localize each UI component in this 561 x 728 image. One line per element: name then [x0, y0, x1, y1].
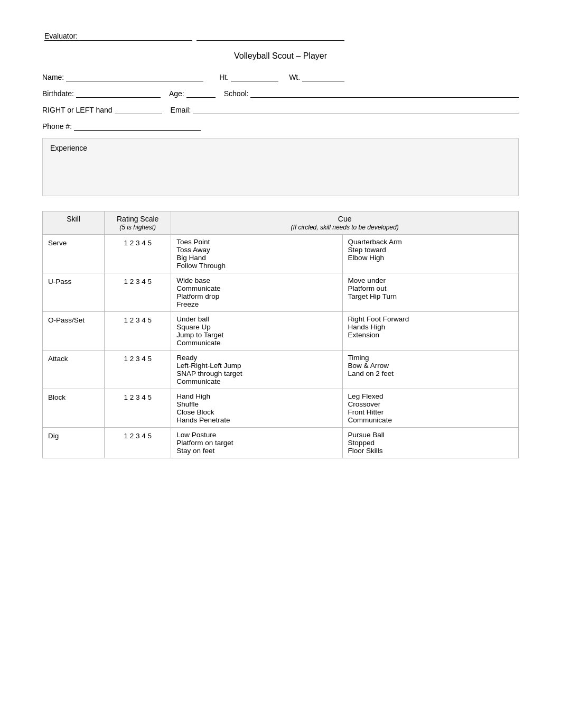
rating-values: 1 2 3 4 5 [124, 278, 152, 285]
skill-name: Block [48, 393, 66, 401]
rating-values: 1 2 3 4 5 [124, 239, 152, 247]
cue-right-item: Leg Flexed [348, 392, 513, 400]
rating-values: 1 2 3 4 5 [124, 432, 152, 440]
birthdate-label: Birthdate: [42, 89, 74, 98]
evaluator-field: Evaluator: [42, 32, 519, 41]
table-row: Dig1 2 3 4 5Low PosturePlatform on targe… [43, 428, 519, 458]
evaluator-label: Evaluator: [44, 32, 192, 41]
cue-right-item: Bow & Arrow [348, 362, 513, 370]
rating-cell: 1 2 3 4 5 [105, 428, 171, 458]
cue-left-item: Wide base [176, 277, 336, 284]
cue-right-cell: TimingBow & ArrowLand on 2 feet [342, 351, 518, 389]
wt-label: Wt. [289, 73, 300, 81]
cue-right-cell: Pursue BallStoppedFloor Skills [342, 428, 518, 458]
cue-left-item: Communicate [176, 284, 336, 292]
cue-left-item: Under ball [176, 315, 336, 323]
cue-left-item: Communicate [176, 339, 336, 347]
skill-name-cell: O-Pass/Set [43, 312, 105, 351]
cue-left-item: Stay on feet [176, 447, 336, 455]
col-rating-sub: (5 is highest) [119, 224, 156, 231]
birthdate-input[interactable] [76, 89, 161, 98]
cue-right-item: Elbow High [348, 254, 513, 262]
school-input[interactable] [250, 89, 519, 98]
rating-values: 1 2 3 4 5 [124, 316, 152, 324]
cue-right-item: Target Hip Turn [348, 292, 513, 300]
cue-left-item: Hands Penetrate [176, 416, 336, 424]
skill-name: Serve [48, 239, 67, 247]
experience-label: Experience [50, 144, 511, 152]
cue-right-item: Right Foot Forward [348, 315, 513, 323]
table-row: U-Pass1 2 3 4 5Wide baseCommunicatePlatf… [43, 273, 519, 312]
ht-label: Ht. [219, 73, 229, 81]
page-title: Volleyball Scout – Player [42, 51, 519, 61]
age-input[interactable] [186, 89, 216, 98]
cue-right-cell: Move underPlatform outTarget Hip Turn [342, 273, 518, 312]
school-label: School: [224, 89, 249, 98]
table-row: Attack1 2 3 4 5ReadyLeft-Right-Left Jump… [43, 351, 519, 389]
cue-right-item: Front Hitter [348, 408, 513, 416]
cue-left-item: Low Posture [176, 431, 336, 439]
skill-name-cell: Dig [43, 428, 105, 458]
cue-right-item: Hands High [348, 323, 513, 331]
hand-input[interactable] [115, 105, 162, 114]
skill-name: U-Pass [48, 278, 71, 285]
cue-left-item: Big Hand [176, 254, 336, 262]
skill-name-cell: Block [43, 389, 105, 428]
phone-input[interactable] [74, 122, 201, 131]
email-input[interactable] [193, 105, 519, 114]
col-rating-header: Rating Scale [117, 215, 158, 223]
age-label: Age: [169, 89, 184, 98]
name-row: Name: Ht. Wt. [42, 72, 519, 81]
phone-label: Phone #: [42, 122, 72, 131]
cue-left-item: Ready [176, 354, 336, 362]
cue-right-item: Step toward [348, 246, 513, 254]
cue-right-item: Floor Skills [348, 447, 513, 455]
wt-input[interactable] [302, 72, 344, 81]
cue-left-item: Close Block [176, 408, 336, 416]
email-label: Email: [171, 106, 191, 114]
cue-left-cell: Under ballSquare UpJump to TargetCommuni… [171, 312, 342, 351]
col-cue-header: Cue [338, 215, 352, 223]
name-input[interactable] [66, 72, 203, 81]
cue-left-cell: ReadyLeft-Right-Left JumpSNAP through ta… [171, 351, 342, 389]
evaluator-line [197, 32, 344, 41]
skill-name-cell: U-Pass [43, 273, 105, 312]
cue-left-cell: Wide baseCommunicatePlatform dropFreeze [171, 273, 342, 312]
skills-table: Skill Rating Scale (5 is highest) Cue (I… [42, 211, 519, 458]
hand-row: RIGHT or LEFT hand Email: [42, 105, 519, 114]
cue-left-item: Communicate [176, 377, 336, 385]
cue-left-cell: Toes PointToss AwayBig HandFollow Throug… [171, 235, 342, 273]
skill-name-cell: Attack [43, 351, 105, 389]
cue-left-item: Shuffle [176, 400, 336, 408]
ht-input[interactable] [231, 72, 278, 81]
rating-cell: 1 2 3 4 5 [105, 351, 171, 389]
cue-left-item: Follow Through [176, 262, 336, 270]
skill-name: O-Pass/Set [48, 316, 85, 324]
cue-left-item: SNAP through target [176, 370, 336, 377]
cue-right-item: Timing [348, 354, 513, 362]
cue-left-item: Platform on target [176, 439, 336, 447]
cue-right-item: Pursue Ball [348, 431, 513, 439]
cue-right-item: Quarterback Arm [348, 238, 513, 246]
cue-left-cell: Hand HighShuffleClose BlockHands Penetra… [171, 389, 342, 428]
table-row: O-Pass/Set1 2 3 4 5Under ballSquare UpJu… [43, 312, 519, 351]
experience-section: Experience [42, 138, 519, 196]
birthdate-row: Birthdate: Age: School: [42, 89, 519, 98]
rating-cell: 1 2 3 4 5 [105, 235, 171, 273]
cue-right-item: Move under [348, 277, 513, 284]
table-row: Block1 2 3 4 5Hand HighShuffleClose Bloc… [43, 389, 519, 428]
col-skill-header: Skill [67, 215, 80, 223]
skill-name: Dig [48, 432, 59, 440]
cue-left-item: Toes Point [176, 238, 336, 246]
cue-right-item: Crossover [348, 400, 513, 408]
name-label: Name: [42, 73, 64, 81]
hand-label: RIGHT or LEFT hand [42, 106, 113, 114]
cue-right-item: Land on 2 feet [348, 370, 513, 377]
rating-cell: 1 2 3 4 5 [105, 389, 171, 428]
cue-left-item: Toss Away [176, 246, 336, 254]
rating-values: 1 2 3 4 5 [124, 355, 152, 363]
rating-cell: 1 2 3 4 5 [105, 312, 171, 351]
cue-right-cell: Leg FlexedCrossoverFront HitterCommunica… [342, 389, 518, 428]
cue-right-item: Platform out [348, 284, 513, 292]
cue-left-item: Jump to Target [176, 331, 336, 339]
